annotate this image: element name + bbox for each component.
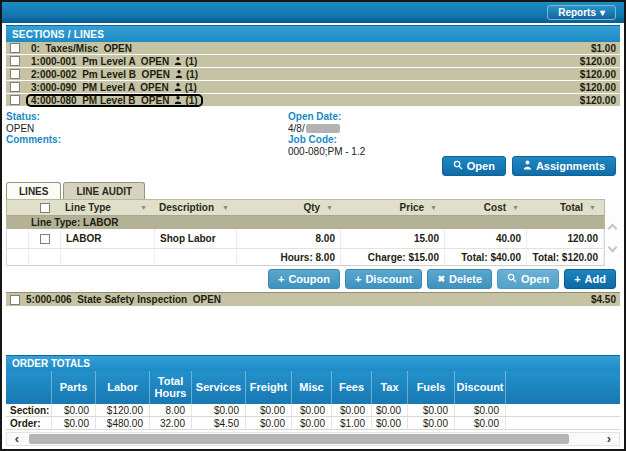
discount-button[interactable]: +Discount (345, 269, 423, 289)
description-cell: Shop Labor (155, 229, 237, 248)
assignee-count: (1) (186, 69, 198, 80)
row-checkbox[interactable] (10, 295, 20, 305)
open-line-button[interactable]: Open (497, 269, 559, 289)
tab-line-audit[interactable]: LINE AUDIT (63, 182, 145, 199)
tab-lines[interactable]: LINES (6, 182, 61, 199)
order-totals-row: Order: $0.00 $480.00 32.00 $4.50 $0.00 $… (6, 417, 620, 430)
section-row-2[interactable]: 2:000-002 Pm Level B OPEN (1) $120.00 (6, 68, 620, 81)
add-line-button[interactable]: +Add (564, 269, 616, 289)
coupon-button[interactable]: +Coupon (268, 269, 340, 289)
row-checkbox[interactable] (10, 56, 20, 66)
sort-arrow-icon[interactable]: ▼ (589, 204, 600, 211)
totals-label-column (6, 371, 51, 404)
row-checkbox[interactable] (10, 95, 20, 105)
line-row-labor[interactable]: LABOR Shop Labor 8.00 15.00 40.00 120.00 (6, 229, 605, 249)
sort-arrow-icon[interactable]: ▼ (326, 204, 337, 211)
status-label: Status: (6, 111, 288, 122)
section-row-amount: $120.00 (580, 56, 620, 67)
sort-arrow-icon[interactable]: ▼ (140, 204, 151, 211)
top-toolbar: Reports ▾ (2, 2, 624, 23)
cost-cell: 40.00 (445, 229, 527, 248)
section-row-5[interactable]: 5:000-006 State Safety Inspection OPEN $… (6, 292, 620, 306)
delete-button[interactable]: ✖Delete (427, 269, 492, 289)
lines-summary-row: Hours: 8.00 Charge: $15.00 Total: $40.00… (6, 249, 605, 266)
sections-lines-title: SECTIONS / LINES (12, 29, 104, 40)
section-actions: Open Assignments (2, 155, 624, 181)
summary-charge: Charge: $15.00 (341, 249, 445, 265)
summary-cost-total: Total: $40.00 (445, 249, 527, 265)
assignments-button-label: Assignments (536, 160, 605, 172)
tab-line-audit-label: LINE AUDIT (76, 186, 132, 197)
chevron-down-icon: ▾ (600, 7, 605, 18)
section-totals-label: Section: (6, 404, 51, 416)
col-discount: Discount (454, 371, 505, 404)
selected-row-outline: 4:000-080 PM Level B OPEN (1) (26, 94, 203, 107)
reports-button-label: Reports (558, 7, 596, 18)
section-row-amount: $120.00 (580, 82, 620, 93)
col-header-price[interactable]: Price▼ (341, 200, 445, 215)
col-header-description[interactable]: Description▼ (155, 200, 237, 215)
search-icon (507, 273, 517, 285)
sort-arrow-icon[interactable]: ▼ (512, 204, 523, 211)
row-checkbox[interactable] (10, 82, 20, 92)
tab-lines-label: LINES (19, 186, 48, 197)
section-row-3[interactable]: 3:000-090 PM Level A OPEN (1) $120.00 (6, 81, 620, 94)
scroll-left-icon[interactable]: ‹ (7, 433, 27, 445)
open-section-button[interactable]: Open (442, 156, 506, 176)
redacted-year (306, 124, 340, 133)
col-header-line-type[interactable]: Line Type▼ (61, 200, 155, 215)
col-header-cost[interactable]: Cost▼ (445, 200, 527, 215)
section-row-label: 1:000-001 Pm Level A OPEN (31, 56, 169, 67)
plus-icon: + (355, 273, 361, 285)
col-fuels: Fuels (407, 371, 454, 404)
qty-cell: 8.00 (237, 229, 341, 248)
scroll-right-icon[interactable]: › (599, 433, 619, 445)
bottom-padding (2, 446, 624, 449)
section-row-amount: $120.00 (580, 69, 620, 80)
section-row-label: 5:000-006 State Safety Inspection OPEN (26, 294, 221, 305)
section-detail-panel: Status: OPEN Open Date: 4/8/ Comments: J… (2, 107, 624, 155)
assignments-button[interactable]: Assignments (512, 156, 616, 176)
price-cell: 15.00 (341, 229, 445, 248)
plus-icon: + (574, 273, 580, 285)
sections-lines-header: SECTIONS / LINES (6, 25, 620, 42)
open-date-value: 4/8/ (288, 123, 305, 134)
col-parts: Parts (51, 371, 95, 404)
line-checkbox[interactable] (40, 234, 50, 244)
scroll-up-icon[interactable] (608, 224, 618, 234)
lines-vertical-scrollbar[interactable] (605, 199, 620, 266)
delete-x-icon: ✖ (437, 274, 445, 284)
col-total-hours: Total Hours (149, 371, 191, 404)
job-code-field: Job Code: 000-080;PM - 1.2 (288, 134, 620, 157)
sort-arrow-icon[interactable]: ▼ (222, 204, 233, 211)
comments-field: Comments: (6, 134, 288, 157)
total-cell: 120.00 (527, 229, 604, 248)
summary-hours: Hours: 8.00 (237, 249, 341, 265)
col-header-total[interactable]: Total▼ (527, 200, 604, 215)
col-header-qty[interactable]: Qty▼ (237, 200, 341, 215)
assignee-person-icon (174, 95, 182, 105)
section-row-label: 2:000-002 Pm Level B OPEN (31, 69, 170, 80)
section-row-1[interactable]: 1:000-001 Pm Level A OPEN (1) $120.00 (6, 55, 620, 68)
scroll-down-icon[interactable] (608, 243, 618, 253)
col-filler (505, 371, 620, 404)
reports-button[interactable]: Reports ▾ (547, 5, 616, 20)
assignee-person-icon (175, 69, 183, 79)
open-date-field: Open Date: 4/8/ (288, 111, 620, 134)
select-all-checkbox[interactable] (40, 203, 50, 213)
scrollbar-thumb[interactable] (29, 434, 569, 444)
horizontal-scrollbar[interactable]: ‹ › (6, 432, 620, 446)
person-icon (523, 160, 532, 172)
section-row-0[interactable]: 0: Taxes/Misc OPEN $1.00 (6, 42, 620, 55)
sort-arrow-icon[interactable]: ▼ (430, 204, 441, 211)
row-indent (7, 229, 29, 248)
status-field: Status: OPEN (6, 111, 288, 134)
row-checkbox[interactable] (10, 69, 20, 79)
order-totals-header: ORDER TOTALS (6, 355, 620, 371)
search-icon (453, 160, 463, 172)
line-checkbox-cell (29, 229, 61, 248)
open-date-label: Open Date: (288, 111, 620, 122)
lines-table: Line Type▼ Description▼ Qty▼ Price▼ Cost… (6, 199, 620, 266)
section-row-4-selected[interactable]: 4:000-080 PM Level B OPEN (1) $120.00 (6, 94, 620, 107)
row-checkbox[interactable] (10, 43, 20, 53)
